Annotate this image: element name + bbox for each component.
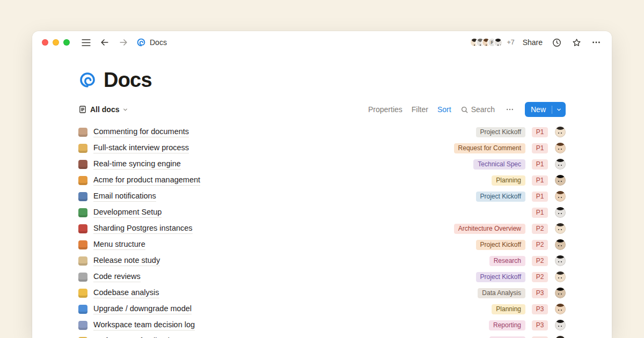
notion-logo-icon bbox=[136, 38, 146, 47]
tag-pill[interactable]: Technical Spec bbox=[473, 159, 525, 170]
menu-icon[interactable] bbox=[80, 36, 92, 48]
doc-title[interactable]: Workspace team decision log bbox=[93, 320, 195, 330]
table-row[interactable]: Performance feedbackResearchP3 bbox=[78, 333, 566, 338]
tag-pill[interactable]: Planning bbox=[492, 175, 525, 186]
back-arrow-icon[interactable] bbox=[99, 36, 111, 48]
priority-pill[interactable]: P1 bbox=[532, 159, 548, 170]
tag-pill[interactable]: Project Kickoff bbox=[476, 127, 525, 137]
user-avatar[interactable] bbox=[555, 207, 566, 218]
new-button-label[interactable]: New bbox=[525, 102, 552, 117]
up-down-arrows-icon bbox=[78, 305, 87, 314]
doc-title[interactable]: Real-time syncing engine bbox=[93, 159, 181, 170]
table-row[interactable]: Acme for product managementPlanningP1 bbox=[78, 172, 566, 188]
zoom-button[interactable] bbox=[63, 39, 70, 46]
user-avatar[interactable] bbox=[555, 304, 566, 314]
priority-pill[interactable]: P3 bbox=[532, 336, 548, 338]
priority-pill[interactable]: P2 bbox=[532, 256, 548, 266]
tag-pill[interactable]: Research bbox=[489, 256, 525, 266]
priority-pill[interactable]: P3 bbox=[532, 320, 548, 330]
doc-title[interactable]: Sharding Postgres instances bbox=[93, 223, 193, 234]
new-button[interactable]: New bbox=[525, 102, 566, 117]
doc-rows: Commenting for documentsProject KickoffP… bbox=[78, 124, 566, 338]
user-avatar[interactable] bbox=[555, 271, 566, 282]
priority-pill[interactable]: P3 bbox=[532, 304, 548, 314]
priority-pill[interactable]: P3 bbox=[532, 288, 548, 298]
user-avatar[interactable] bbox=[493, 38, 503, 47]
doc-title[interactable]: Acme for product management bbox=[93, 175, 200, 186]
priority-pill[interactable]: P2 bbox=[532, 240, 548, 250]
breadcrumb[interactable]: Docs bbox=[136, 38, 167, 47]
updates-clock-icon[interactable] bbox=[551, 36, 562, 48]
tag-pill[interactable]: Architecture Overview bbox=[454, 224, 525, 234]
priority-pill[interactable]: P2 bbox=[532, 224, 548, 234]
doc-title[interactable]: Email notifications bbox=[93, 191, 156, 202]
user-avatar[interactable] bbox=[555, 223, 566, 234]
table-row[interactable]: Email notificationsProject KickoffP1 bbox=[78, 188, 566, 204]
table-row[interactable]: Code reviewsProject KickoffP2 bbox=[78, 269, 566, 285]
tag-pill[interactable]: Research bbox=[489, 336, 525, 338]
user-avatar[interactable] bbox=[555, 255, 566, 266]
priority-pill[interactable]: P1 bbox=[532, 192, 548, 202]
minimize-button[interactable] bbox=[53, 39, 59, 46]
forward-arrow-icon[interactable] bbox=[118, 36, 129, 48]
search-button[interactable]: Search bbox=[460, 105, 495, 114]
user-avatar[interactable] bbox=[555, 143, 566, 153]
tag-pill[interactable]: Project Kickoff bbox=[476, 192, 525, 202]
toolbar-more-icon[interactable] bbox=[504, 104, 516, 115]
doc-title[interactable]: Menu structure bbox=[93, 239, 145, 250]
tag-pill[interactable]: Request for Comment bbox=[454, 143, 525, 153]
filter-button[interactable]: Filter bbox=[412, 105, 428, 114]
toolbox-icon bbox=[78, 224, 87, 233]
properties-button[interactable]: Properties bbox=[368, 105, 402, 114]
close-button[interactable] bbox=[42, 39, 48, 46]
doc-title[interactable]: Code reviews bbox=[93, 271, 141, 282]
chevron-down-icon[interactable] bbox=[552, 107, 566, 113]
user-avatar[interactable] bbox=[555, 159, 566, 170]
table-row[interactable]: Real-time syncing engineTechnical SpecP1 bbox=[78, 156, 566, 172]
titlebar-avatars[interactable]: P bbox=[470, 38, 503, 47]
table-row[interactable]: Workspace team decision logReportingP3 bbox=[78, 317, 566, 333]
doc-title[interactable]: Upgrade / downgrade model bbox=[93, 304, 192, 314]
priority-pill[interactable]: P2 bbox=[532, 272, 548, 282]
view-selector-label: All docs bbox=[90, 105, 119, 114]
user-avatar[interactable] bbox=[555, 175, 566, 186]
table-row[interactable]: Sharding Postgres instancesArchitecture … bbox=[78, 221, 566, 237]
doc-title[interactable]: Codebase analysis bbox=[93, 288, 159, 298]
user-avatar[interactable] bbox=[555, 336, 566, 338]
view-selector[interactable]: All docs bbox=[78, 105, 128, 114]
doc-title[interactable]: Commenting for documents bbox=[93, 127, 189, 137]
doc-title[interactable]: Performance feedback bbox=[93, 336, 172, 338]
user-avatar[interactable] bbox=[555, 320, 566, 330]
table-row[interactable]: Full-stack interview processRequest for … bbox=[78, 140, 566, 156]
priority-pill[interactable]: P1 bbox=[532, 127, 548, 137]
building-construction-icon bbox=[78, 176, 87, 185]
tag-pill[interactable]: Planning bbox=[492, 304, 525, 314]
collaborators: P +7 bbox=[470, 38, 514, 47]
doc-title[interactable]: Release note study bbox=[93, 255, 160, 266]
table-row[interactable]: Commenting for documentsProject KickoffP… bbox=[78, 124, 566, 140]
tag-pill[interactable]: Project Kickoff bbox=[476, 240, 525, 250]
favorite-star-icon[interactable] bbox=[570, 36, 582, 48]
table-row[interactable]: Codebase analysisData AnalysisP3 bbox=[78, 285, 566, 301]
user-avatar[interactable] bbox=[555, 127, 566, 137]
window-titlebar: Docs P +7 Share bbox=[32, 31, 612, 54]
tag-pill[interactable]: Project Kickoff bbox=[476, 272, 525, 282]
user-avatar[interactable] bbox=[555, 288, 566, 298]
table-row[interactable]: Menu structureProject KickoffP2 bbox=[78, 237, 566, 253]
priority-pill[interactable]: P1 bbox=[532, 208, 548, 218]
priority-pill[interactable]: P1 bbox=[532, 175, 548, 186]
priority-pill[interactable]: P1 bbox=[532, 143, 548, 153]
table-row[interactable]: Development SetupP1 bbox=[78, 204, 566, 221]
table-row[interactable]: Upgrade / downgrade modelPlanningP3 bbox=[78, 301, 566, 317]
more-options-icon[interactable] bbox=[590, 36, 602, 48]
tag-pill[interactable]: Data Analysis bbox=[478, 288, 525, 298]
user-avatar[interactable] bbox=[555, 191, 566, 202]
toolbar-actions: Properties Filter Sort Search New bbox=[368, 102, 566, 117]
share-button[interactable]: Share bbox=[523, 38, 543, 47]
table-row[interactable]: Release note studyResearchP2 bbox=[78, 253, 566, 269]
user-avatar[interactable] bbox=[555, 239, 566, 250]
doc-title[interactable]: Full-stack interview process bbox=[93, 143, 189, 153]
doc-title[interactable]: Development Setup bbox=[93, 207, 162, 218]
tag-pill[interactable]: Reporting bbox=[489, 320, 525, 330]
sort-button[interactable]: Sort bbox=[437, 105, 451, 114]
